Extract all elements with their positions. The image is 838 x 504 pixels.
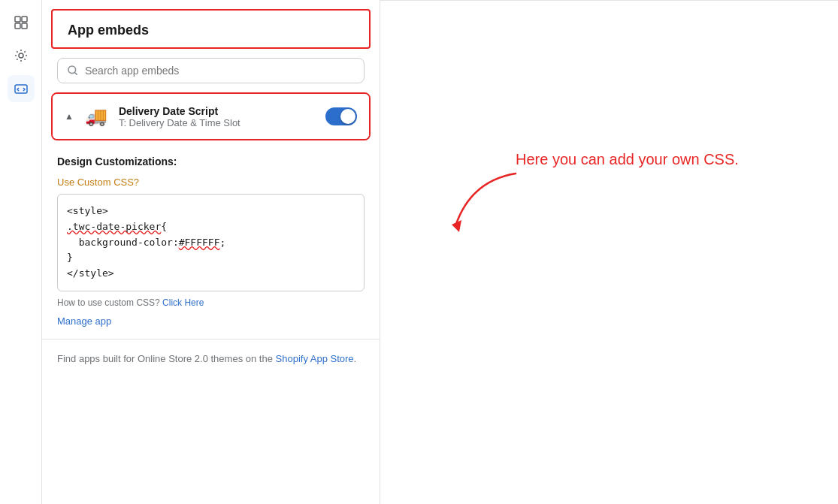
- embed-subtitle: T: Delivery Date & Time Slot: [119, 117, 316, 128]
- design-section: Design Customizations: Use Custom CSS? <…: [42, 140, 380, 339]
- help-text: How to use custom CSS? Click Here: [57, 297, 365, 308]
- svg-rect-3: [22, 23, 27, 29]
- embed-app-icon: 🚚: [83, 103, 110, 130]
- css-editor[interactable]: <style> .twc-date-picker{ background-col…: [57, 194, 365, 291]
- app-embeds-sidebar-item[interactable]: [8, 75, 35, 102]
- layout-icon: [14, 15, 29, 30]
- click-here-link[interactable]: Click Here: [162, 297, 204, 308]
- main-panel: App embeds ▲ 🚚 Delivery Date Script T: D…: [42, 0, 380, 504]
- css-underline-class: .twc-date-picker: [67, 221, 161, 232]
- svg-rect-5: [15, 85, 27, 93]
- panel-title: App embeds: [68, 23, 354, 38]
- footer-text: Find apps built for Online Store 2.0 the…: [42, 352, 380, 382]
- icon-sidebar: [0, 0, 42, 504]
- footer-text-before: Find apps built for Online Store 2.0 the…: [57, 353, 276, 364]
- search-icon: [67, 65, 79, 77]
- svg-rect-2: [15, 23, 20, 29]
- custom-css-label: Use Custom CSS?: [57, 177, 365, 188]
- css-line-2: .twc-date-picker{: [67, 219, 355, 235]
- css-line-5: </style>: [67, 266, 355, 282]
- embed-item-container: ▲ 🚚 Delivery Date Script T: Delivery Dat…: [51, 92, 371, 140]
- css-line-4: }: [67, 250, 355, 266]
- toggle-knob: [340, 109, 355, 124]
- embed-title: Delivery Date Script: [119, 105, 316, 117]
- embed-toggle[interactable]: [325, 107, 357, 125]
- svg-rect-0: [15, 17, 20, 22]
- search-bar: [57, 58, 365, 83]
- search-container: [42, 49, 380, 92]
- panel-header: App embeds: [51, 9, 371, 49]
- annotation-arrow: [440, 158, 531, 249]
- embed-item: ▲ 🚚 Delivery Date Script T: Delivery Dat…: [53, 94, 369, 139]
- search-input[interactable]: [85, 65, 355, 77]
- svg-point-4: [19, 53, 23, 58]
- footer-text-after: .: [354, 353, 357, 364]
- settings-icon: [14, 48, 29, 63]
- layout-sidebar-item[interactable]: [8, 9, 35, 36]
- annotation-text: Here you can add your own CSS.: [516, 151, 739, 168]
- svg-rect-1: [22, 17, 27, 22]
- css-line-1: <style>: [67, 204, 355, 219]
- svg-point-6: [68, 66, 76, 74]
- right-content: Here you can add your own CSS.: [380, 0, 838, 504]
- settings-sidebar-item[interactable]: [8, 42, 35, 69]
- chevron-down-icon[interactable]: ▲: [65, 111, 74, 122]
- divider: [42, 339, 380, 340]
- embed-info: Delivery Date Script T: Delivery Date & …: [119, 105, 316, 128]
- help-text-label: How to use custom CSS?: [57, 297, 160, 308]
- shopify-app-store-link[interactable]: Shopify App Store: [276, 353, 354, 364]
- manage-app-link[interactable]: Manage app: [57, 315, 111, 327]
- app-embeds-icon: [14, 81, 29, 96]
- css-underline-color: #FFFFFF: [179, 237, 220, 248]
- css-line-3: background-color:#FFFFFF;: [67, 235, 355, 251]
- design-title: Design Customizations:: [57, 155, 365, 167]
